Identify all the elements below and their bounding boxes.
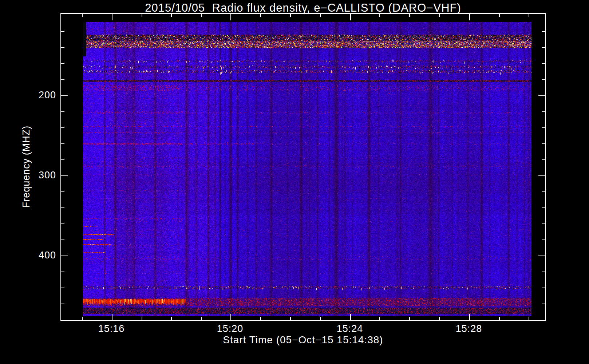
y-major-tick [538,175,545,176]
y-major-tick [538,95,545,96]
y-minor-tick [61,288,64,288]
y-minor-tick [542,63,545,64]
y-minor-tick [61,223,64,224]
x-tick-label: 15:20 [208,323,252,335]
x-major-tick [469,314,470,320]
x-minor-tick [409,14,410,17]
x-minor-tick [379,317,380,320]
x-major-tick [112,14,112,20]
y-minor-tick [542,143,545,144]
x-minor-tick [260,317,261,320]
x-minor-tick [529,14,529,17]
y-minor-tick [61,304,64,304]
x-minor-tick [529,317,529,320]
y-tick-label: 300 [16,169,56,181]
x-major-tick [230,14,231,20]
y-minor-tick [542,207,545,208]
x-tick-label: 15:24 [328,323,372,335]
y-minor-tick [542,79,545,80]
y-minor-tick [61,31,64,32]
y-minor-tick [61,207,64,208]
y-minor-tick [61,272,64,272]
y-minor-tick [542,111,545,112]
x-minor-tick [320,317,321,320]
x-minor-tick [142,14,142,17]
x-minor-tick [82,317,83,320]
y-minor-tick [61,127,64,128]
x-minor-tick [201,317,202,320]
y-tick-label: 400 [16,249,56,261]
y-minor-tick [61,240,64,240]
y-tick-label: 200 [16,89,56,101]
x-tick-label: 15:16 [90,323,133,335]
x-minor-tick [290,317,291,320]
y-minor-tick [542,288,545,288]
x-minor-tick [171,14,172,17]
x-minor-tick [171,317,172,320]
x-major-tick [112,314,112,320]
x-major-tick [230,314,231,320]
y-minor-tick [542,47,545,48]
x-axis-label: Start Time (05−Oct−15 15:14:38) [60,334,546,346]
x-major-tick [350,314,351,320]
y-minor-tick [542,31,545,32]
spectrogram-canvas [83,22,531,316]
y-minor-tick [61,47,64,48]
x-minor-tick [409,317,410,320]
x-minor-tick [201,14,202,17]
y-major-tick [61,175,68,176]
x-major-tick [350,14,351,20]
x-minor-tick [439,317,440,320]
x-minor-tick [290,14,291,17]
y-major-tick [61,256,68,256]
y-minor-tick [542,272,545,272]
y-minor-tick [61,159,64,160]
x-minor-tick [499,317,500,320]
y-minor-tick [61,63,64,64]
x-tick-label: 15:28 [447,323,491,335]
spectrogram-figure: 2015/10/05 Radio flux density, e−CALLIST… [0,0,589,364]
x-minor-tick [499,14,500,17]
y-major-tick [61,95,68,96]
y-minor-tick [542,240,545,240]
x-minor-tick [260,14,261,17]
y-axis-label: Frequency (MHZ) [21,126,32,208]
y-minor-tick [61,79,64,80]
y-minor-tick [61,143,64,144]
y-minor-tick [542,127,545,128]
x-minor-tick [439,14,440,17]
y-minor-tick [542,191,545,192]
y-minor-tick [542,304,545,304]
x-minor-tick [82,14,83,17]
y-minor-tick [542,159,545,160]
y-minor-tick [61,111,64,112]
y-major-tick [538,256,545,256]
x-minor-tick [320,14,321,17]
plot-frame [60,13,546,321]
x-minor-tick [142,317,142,320]
chart-title: 2015/10/05 Radio flux density, e−CALLIST… [60,1,546,15]
x-major-tick [469,14,470,20]
y-minor-tick [542,223,545,224]
x-minor-tick [379,14,380,17]
y-minor-tick [61,191,64,192]
